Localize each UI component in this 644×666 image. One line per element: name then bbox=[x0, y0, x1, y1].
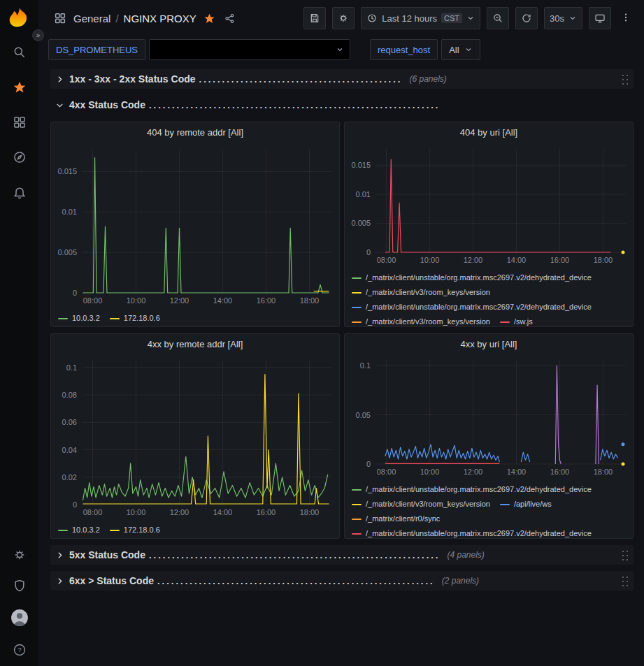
legend-label: 172.18.0.6 bbox=[124, 311, 160, 326]
save-dashboard-button[interactable] bbox=[303, 7, 326, 29]
panel-title[interactable]: 404 by uri [All] bbox=[345, 122, 633, 142]
legend-label: /api/live/ws bbox=[514, 497, 552, 512]
explore-compass-icon[interactable] bbox=[12, 150, 27, 165]
favorite-star-icon[interactable] bbox=[203, 13, 215, 24]
dashboard-topbar: General / NGINX PROXY bbox=[38, 0, 644, 36]
svg-text:0.02: 0.02 bbox=[62, 473, 77, 482]
time-range-picker[interactable]: Last 12 hours CST bbox=[361, 7, 480, 29]
main-area: General / NGINX PROXY bbox=[38, 0, 644, 666]
grafana-logo-icon[interactable] bbox=[6, 6, 33, 32]
legend-item[interactable]: 172.18.0.6 bbox=[110, 523, 160, 537]
chevron-down-icon bbox=[464, 45, 473, 54]
legend-label: /_matrix/client/unstable/org.matrix.msc2… bbox=[366, 482, 592, 497]
request-host-value-text: All bbox=[449, 45, 459, 55]
svg-text:0.005: 0.005 bbox=[57, 248, 77, 256]
legend-item[interactable]: /_matrix/client/unstable/org.matrix.msc2… bbox=[352, 526, 592, 538]
refresh-interval-select[interactable]: 30s bbox=[544, 7, 582, 29]
svg-text:10:00: 10:00 bbox=[420, 256, 440, 264]
alerting-bell-icon[interactable] bbox=[12, 184, 27, 200]
time-series-chart[interactable]: 08:0010:0012:0014:0016:0018:0000.050.1 bbox=[345, 354, 633, 478]
zoom-out-icon bbox=[492, 13, 503, 24]
legend-item[interactable]: /_matrix/client/unstable/org.matrix.msc2… bbox=[352, 300, 592, 314]
svg-text:0.08: 0.08 bbox=[62, 391, 77, 399]
svg-text:16:00: 16:00 bbox=[257, 508, 276, 516]
panel-title[interactable]: 4xx by uri [All] bbox=[345, 334, 633, 354]
tv-mode-button[interactable] bbox=[589, 7, 611, 29]
legend-item[interactable]: /_matrix/client/unstable/org.matrix.msc2… bbox=[352, 270, 592, 285]
legend-label: 172.18.0.6 bbox=[124, 523, 160, 537]
sidebar: » bbox=[0, 0, 38, 666]
datasource-variable-value[interactable] bbox=[149, 39, 350, 60]
row-panel-count: (6 panels) bbox=[409, 74, 446, 84]
legend-item[interactable]: 10.0.3.2 bbox=[58, 523, 100, 537]
chevron-down-icon bbox=[466, 14, 475, 22]
zoom-out-button[interactable] bbox=[487, 7, 509, 29]
request-host-variable-value[interactable]: All bbox=[441, 39, 480, 60]
request-host-variable-label[interactable]: request_host bbox=[370, 39, 438, 60]
svg-text:0.04: 0.04 bbox=[62, 446, 77, 454]
row-4xx-status-code[interactable]: 4xx Status Code ........................… bbox=[50, 95, 634, 115]
breadcrumb-folder[interactable]: General bbox=[73, 13, 110, 24]
apps-grid-icon[interactable] bbox=[54, 12, 66, 24]
dashboard-title[interactable]: NGINX PROXY bbox=[124, 13, 196, 24]
dashboards-icon[interactable] bbox=[12, 115, 27, 130]
legend-item[interactable]: /_matrix/client/v3/room_keys/version bbox=[352, 285, 490, 300]
legend-item[interactable]: /sw.js bbox=[500, 314, 533, 326]
svg-text:0.015: 0.015 bbox=[57, 167, 77, 175]
row-dots: ........................................… bbox=[149, 100, 441, 110]
time-series-chart[interactable]: 08:0010:0012:0014:0016:0018:0000.020.040… bbox=[51, 354, 339, 519]
row-1xx-3xx-2xx-status-code[interactable]: 1xx - 3xx - 2xx Status Code ............… bbox=[50, 69, 634, 89]
help-icon[interactable]: ? bbox=[12, 642, 27, 658]
settings-gear-icon[interactable] bbox=[12, 547, 27, 563]
row-drag-handle[interactable] bbox=[621, 575, 629, 587]
share-icon[interactable] bbox=[224, 13, 236, 24]
panel-title[interactable]: 404 by remote addr [All] bbox=[51, 122, 339, 142]
time-series-chart[interactable]: 08:0010:0012:0014:0016:0018:0000.0050.01… bbox=[51, 142, 339, 307]
row-5xx-status-code[interactable]: 5xx Status Code ........................… bbox=[50, 545, 634, 565]
legend-label: /_matrix/client/v3/room_keys/version bbox=[366, 497, 490, 512]
svg-text:0.05: 0.05 bbox=[356, 411, 371, 419]
svg-text:0: 0 bbox=[366, 248, 371, 256]
row-drag-handle[interactable] bbox=[621, 73, 629, 85]
search-icon[interactable] bbox=[12, 45, 27, 60]
svg-text:14:00: 14:00 bbox=[213, 296, 233, 305]
profile-avatar[interactable] bbox=[10, 609, 29, 627]
legend-swatch bbox=[352, 519, 362, 520]
legend-item[interactable]: 172.18.0.6 bbox=[110, 311, 160, 326]
dashboard-settings-button[interactable] bbox=[332, 7, 355, 29]
kebab-menu-button[interactable] bbox=[617, 7, 634, 29]
legend-label: 10.0.3.2 bbox=[72, 523, 100, 537]
svg-text:16:00: 16:00 bbox=[550, 468, 570, 476]
legend-swatch bbox=[352, 533, 362, 535]
svg-text:16:00: 16:00 bbox=[257, 296, 276, 305]
svg-text:10:00: 10:00 bbox=[127, 296, 146, 305]
row-drag-handle[interactable] bbox=[621, 549, 629, 561]
refresh-button[interactable] bbox=[515, 7, 538, 29]
row-6xx-status-code[interactable]: 6xx > Status Code ......................… bbox=[50, 571, 634, 591]
time-series-chart[interactable]: 08:0010:0012:0014:0016:0018:0000.0050.01… bbox=[345, 142, 633, 266]
chevron-right-icon bbox=[55, 551, 64, 560]
legend-item[interactable]: /api/live/ws bbox=[500, 497, 552, 512]
panel-title[interactable]: 4xx by remote addr [All] bbox=[51, 334, 339, 354]
grafana-app: » bbox=[0, 0, 644, 666]
legend-item[interactable]: /_matrix/client/unstable/org.matrix.msc2… bbox=[352, 482, 592, 497]
refresh-interval-label: 30s bbox=[550, 13, 564, 24]
svg-text:0.1: 0.1 bbox=[360, 361, 371, 370]
svg-text:08:00: 08:00 bbox=[377, 468, 396, 476]
starred-dashboards-icon[interactable] bbox=[12, 80, 27, 95]
legend-item[interactable]: /_matrix/client/v3/room_keys/version bbox=[352, 497, 490, 512]
kebab-menu-icon bbox=[620, 10, 631, 24]
sidebar-expand-toggle[interactable]: » bbox=[32, 29, 44, 41]
svg-text:0.015: 0.015 bbox=[351, 161, 371, 169]
legend-item[interactable]: 10.0.3.2 bbox=[58, 311, 100, 326]
legend-item[interactable]: /_matrix/client/v3/room_keys/version bbox=[352, 314, 490, 326]
server-admin-shield-icon[interactable] bbox=[12, 578, 27, 593]
legend-swatch bbox=[352, 321, 362, 323]
legend-item[interactable]: /_matrix/client/r0/sync bbox=[352, 512, 440, 526]
legend-label: /_matrix/client/unstable/org.matrix.msc2… bbox=[366, 270, 592, 285]
timezone-badge: CST bbox=[441, 13, 462, 23]
chevron-down-icon bbox=[568, 14, 577, 22]
legend-label: /sw.js bbox=[514, 314, 533, 326]
dashboard-content: 1xx - 3xx - 2xx Status Code ............… bbox=[38, 63, 644, 666]
datasource-variable-label[interactable]: DS_PROMETHEUS bbox=[48, 39, 145, 60]
